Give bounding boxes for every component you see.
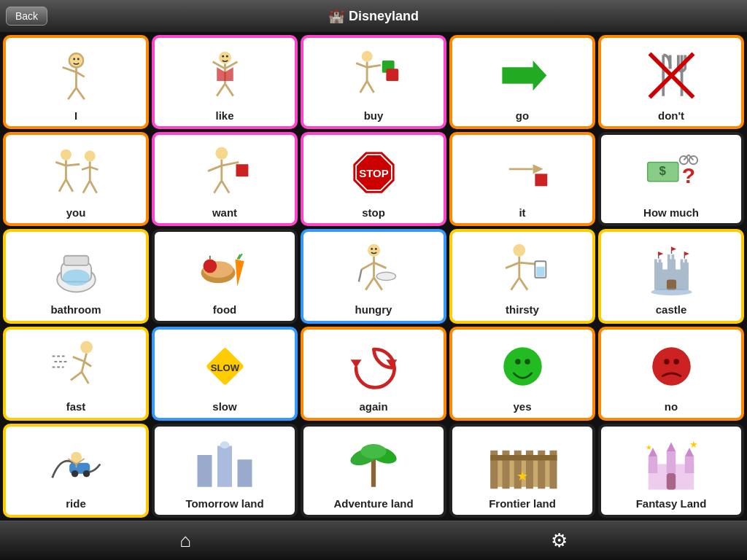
cell-yes[interactable]: yes (449, 327, 595, 421)
svg-rect-94 (667, 260, 675, 276)
svg-line-45 (208, 166, 222, 171)
svg-point-17 (361, 51, 372, 62)
svg-line-3 (76, 72, 84, 77)
cell-i[interactable]: I (3, 35, 149, 129)
cell-label-dont: don't (658, 110, 684, 124)
cell-howmuch[interactable]: $ ? How much (598, 132, 744, 226)
svg-point-7 (73, 58, 75, 60)
svg-point-110 (80, 341, 93, 354)
svg-rect-55 (535, 174, 547, 186)
svg-rect-49 (236, 164, 248, 176)
cell-label-frontierland: Frontier land (489, 498, 556, 512)
home-button[interactable]: ⌂ (121, 525, 249, 556)
svg-line-39 (82, 167, 90, 170)
svg-text:$: $ (659, 164, 666, 178)
svg-line-112 (72, 357, 82, 362)
cell-label-ride: ride (66, 498, 86, 512)
cell-label-thirsty: thirsty (506, 304, 539, 318)
cell-buy[interactable]: buy (301, 35, 446, 129)
cell-label-food: food (213, 304, 236, 318)
cell-no[interactable]: no (598, 327, 744, 421)
cell-hungry[interactable]: hungry (301, 229, 446, 323)
svg-rect-138 (238, 459, 252, 487)
icon-you (9, 138, 143, 207)
cell-label-it: it (519, 207, 525, 221)
cell-frontierland[interactable]: ★ Frontier land (449, 424, 595, 518)
svg-rect-91 (536, 267, 544, 276)
svg-point-143 (361, 444, 387, 459)
cell-label-you: you (66, 207, 86, 221)
cell-bathroom[interactable]: bathroom (3, 229, 149, 323)
svg-line-35 (59, 179, 66, 192)
svg-line-88 (511, 278, 519, 290)
svg-rect-96 (654, 260, 657, 265)
icon-like (158, 41, 292, 110)
cell-tomorrowland[interactable]: Tomorrow land (152, 424, 298, 518)
cell-label-go: go (516, 110, 529, 124)
svg-line-42 (90, 181, 96, 193)
icon-food (158, 235, 292, 304)
svg-rect-139 (220, 441, 230, 448)
cell-fantasyland[interactable]: ★ ★ Fantasy Land (598, 424, 744, 518)
svg-text:STOP: STOP (359, 167, 389, 179)
cell-food[interactable]: food (152, 229, 298, 323)
icon-adventureland (306, 429, 441, 499)
svg-point-128 (673, 359, 679, 365)
svg-point-72 (203, 260, 217, 273)
svg-point-37 (84, 151, 95, 162)
svg-point-8 (77, 58, 79, 60)
cell-castle[interactable]: castle (598, 229, 744, 323)
cell-label-hungry: hungry (355, 304, 392, 318)
cell-adventureland[interactable]: Adventure land (301, 424, 446, 518)
svg-point-31 (60, 149, 71, 160)
svg-point-75 (371, 248, 373, 250)
cell-like[interactable]: like (152, 35, 298, 129)
svg-line-114 (71, 372, 82, 380)
svg-line-21 (360, 81, 366, 93)
svg-line-87 (519, 262, 535, 264)
icon-dont (604, 41, 738, 110)
icon-slow: SLOW (158, 332, 292, 402)
svg-line-34 (66, 164, 80, 166)
cell-go[interactable]: go (449, 35, 595, 129)
back-button[interactable]: Back (6, 7, 47, 26)
icon-again (306, 332, 441, 402)
icon-thirsty (455, 235, 589, 304)
svg-text:★: ★ (646, 443, 652, 451)
svg-marker-107 (671, 247, 676, 252)
icon-i (9, 41, 143, 110)
app-header: Back 🏰 Disneyland (0, 0, 747, 32)
svg-point-135 (82, 470, 89, 477)
cell-label-fantasyland: Fantasy Land (636, 498, 707, 512)
cell-again[interactable]: again (301, 327, 446, 421)
cell-stop[interactable]: STOP stop (301, 132, 446, 226)
cell-dont[interactable]: don't (598, 35, 744, 129)
svg-line-36 (66, 179, 72, 192)
cell-slow[interactable]: SLOW slow (152, 327, 298, 421)
svg-rect-101 (684, 260, 687, 265)
cell-label-slow: slow (212, 401, 236, 415)
cell-want[interactable]: want (152, 132, 298, 226)
cell-label-want: want (212, 207, 237, 221)
svg-point-66 (62, 270, 90, 287)
svg-line-20 (367, 65, 381, 67)
svg-point-74 (368, 244, 380, 257)
icon-fantasyland: ★ ★ (604, 429, 738, 499)
symbol-grid: I like (0, 32, 747, 521)
svg-line-33 (55, 162, 66, 166)
cell-fast[interactable]: fast (3, 327, 149, 421)
svg-line-48 (221, 181, 228, 193)
icon-tomorrowland (158, 429, 292, 499)
svg-marker-54 (533, 164, 543, 174)
svg-point-124 (515, 359, 521, 365)
settings-button[interactable]: ⚙ (492, 525, 626, 556)
svg-line-40 (90, 167, 98, 170)
svg-point-126 (652, 348, 691, 386)
cell-it[interactable]: it (449, 132, 595, 226)
cell-thirsty[interactable]: thirsty (449, 229, 595, 323)
svg-point-43 (215, 147, 228, 160)
svg-line-86 (506, 262, 519, 268)
svg-rect-136 (198, 455, 212, 487)
cell-ride[interactable]: ride (3, 424, 149, 518)
cell-you[interactable]: you (3, 132, 149, 226)
